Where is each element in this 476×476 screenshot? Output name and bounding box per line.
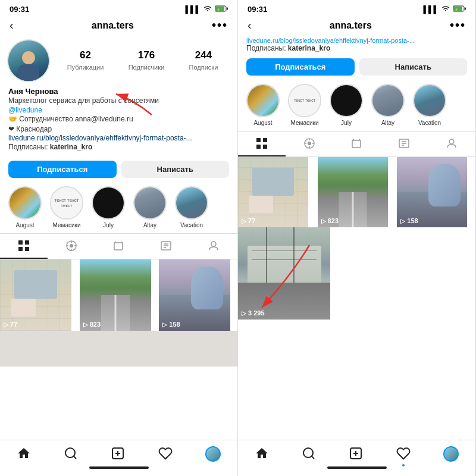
post-thumb-2[interactable]: ▷ 823 — [80, 259, 151, 331]
menu-button-2[interactable]: ••• — [450, 18, 466, 32]
post-thumb-1[interactable]: ▷ 77 — [0, 259, 71, 331]
highlight-vacation-1[interactable]: Vacation — [175, 186, 208, 228]
svg-rect-8 — [25, 247, 29, 251]
status-bar-1: 09:31 ▌▌▌ ⚡ — [0, 0, 237, 16]
tab-igtv-2[interactable] — [333, 131, 381, 156]
following-label-1: Подписки — [189, 64, 218, 71]
avatar-1[interactable] — [7, 39, 50, 82]
highlight-august-2[interactable]: August — [246, 84, 280, 126]
highlight-circle-august-2 — [246, 84, 280, 117]
highlight-july-2[interactable]: July — [330, 84, 363, 126]
post-thumb-2-3[interactable]: ▷ 158 — [397, 157, 467, 227]
stat-following-1[interactable]: 244 Подписки — [189, 49, 218, 72]
nav-home-2[interactable] — [255, 446, 269, 464]
subscribed-user-1[interactable]: katerina_kro — [50, 143, 92, 151]
svg-rect-2 — [227, 7, 228, 10]
back-button-1[interactable]: ‹ — [10, 18, 14, 32]
followers-count-1: 176 — [129, 49, 165, 61]
highlight-august-1[interactable]: August — [8, 186, 42, 228]
profile-stats-1: 62 Публикации 176 Подписчики 244 Подписк… — [0, 37, 237, 87]
nav-search-2[interactable] — [302, 446, 316, 464]
post-count-3: ▷ 158 — [162, 321, 180, 328]
nav-avatar-2[interactable] — [443, 446, 459, 462]
svg-rect-32 — [263, 145, 267, 149]
bio-link-1[interactable]: livedune.ru/blog/issledovaniya/ehffektiv… — [8, 134, 229, 142]
tab-contact-2[interactable] — [428, 131, 475, 156]
bio-link-2[interactable]: livedune.ru/blog/issledovaniya/ehffektiv… — [246, 37, 467, 44]
tab-tagged-2[interactable] — [380, 131, 428, 156]
username-title-2: anna.ters — [330, 20, 372, 31]
nav-dot-2 — [402, 464, 405, 466]
bio-subscribed-1: Подписаны: katerina_kro — [8, 142, 229, 152]
svg-rect-30 — [263, 138, 267, 142]
stat-followers-1[interactable]: 176 Подписчики — [129, 49, 165, 72]
tab-igtv-1[interactable] — [95, 234, 143, 259]
svg-point-10 — [70, 244, 73, 248]
post-count-2-2: ▷ 823 — [321, 217, 339, 224]
highlight-label-memes-1: Мемасики — [53, 222, 81, 228]
nav-add-1[interactable] — [111, 446, 125, 464]
subscribed-user-2[interactable]: katerina_kro — [288, 44, 330, 52]
highlight-circle-vacation-1 — [175, 186, 208, 220]
play-icon-2: ▷ — [83, 321, 88, 328]
highlight-memes-1[interactable]: текст текст текст Мемасики — [50, 186, 83, 228]
nav-home-1[interactable] — [17, 446, 31, 464]
bio-handle-1[interactable]: @livedune — [8, 106, 229, 114]
posts-count-1: 62 — [67, 49, 104, 61]
nav-avatar-1[interactable] — [205, 446, 221, 462]
message-button-2[interactable]: Написать — [359, 58, 468, 76]
svg-rect-29 — [256, 138, 261, 142]
highlight-circle-july-2 — [330, 84, 363, 117]
nav-heart-2[interactable] — [396, 446, 411, 464]
svg-text:⚡: ⚡ — [455, 7, 459, 11]
status-icons-1: ▌▌▌ ⚡ — [185, 5, 228, 14]
subscribe-button-1[interactable]: Подписаться — [8, 161, 117, 178]
highlight-circle-memes-1: текст текст текст — [50, 186, 83, 220]
nav-heart-1[interactable] — [158, 446, 173, 464]
highlight-label-august-2: August — [253, 120, 272, 126]
highlight-altay-2[interactable]: Altay — [371, 84, 405, 126]
back-button-2[interactable]: ‹ — [248, 18, 252, 32]
play-icon-1: ▷ — [4, 321, 8, 328]
bio-subscribed-2: Подписаны: katerina_kro — [246, 44, 467, 52]
highlight-july-1[interactable]: July — [92, 186, 125, 228]
highlight-label-july-2: July — [341, 120, 352, 126]
post-thumb-3[interactable]: ▷ 158 — [159, 259, 230, 331]
highlight-vacation-2[interactable]: Vacation — [413, 84, 446, 126]
home-indicator-2 — [327, 466, 387, 469]
bottom-nav-1 — [0, 440, 237, 476]
post-count-2-1: ▷ 77 — [242, 217, 255, 224]
highlight-circle-vacation-2 — [413, 84, 446, 117]
bio-collab-1: 🤝 Сотрудничество anna@livedune.ru — [8, 114, 229, 124]
svg-rect-6 — [25, 240, 29, 245]
top-nav-1: ‹ anna.ters ••• — [0, 16, 237, 37]
wifi-icon-1 — [203, 5, 212, 14]
nav-add-2[interactable] — [349, 446, 363, 464]
tab-grid-2[interactable] — [238, 131, 286, 156]
stats-container-1: 62 Публикации 176 Подписчики 244 Подписк… — [55, 49, 230, 72]
highlight-circle-july-1 — [92, 186, 125, 220]
subscribe-button-2[interactable]: Подписаться — [246, 58, 355, 76]
highlight-memes-2[interactable]: текст текст Мемасики — [288, 84, 321, 126]
bio-job-1: Маркетолог сервиса для работы с соцсетям… — [8, 96, 229, 106]
bottom-strip-1 — [0, 331, 237, 367]
tab-reels-2[interactable] — [286, 131, 333, 156]
highlight-label-august-1: August — [15, 222, 34, 228]
message-button-1[interactable]: Написать — [121, 161, 230, 178]
highlight-circle-altay-2 — [371, 84, 405, 117]
post-thumb-2-2[interactable]: ▷ 823 — [318, 157, 388, 227]
tab-contact-1[interactable] — [190, 234, 237, 259]
post-thumb-2-4[interactable]: ▷ 3 295 — [238, 227, 330, 320]
tab-grid-1[interactable] — [0, 234, 48, 259]
highlight-altay-1[interactable]: Altay — [133, 186, 167, 228]
post-thumb-2-1[interactable]: ▷ 77 — [238, 157, 308, 227]
nav-search-1[interactable] — [64, 446, 78, 464]
posts-grid-1: ▷ 77 ▷ 823 ▷ 158 — [0, 259, 237, 331]
profile-tabs-2 — [238, 131, 475, 157]
tab-reels-1[interactable] — [48, 234, 95, 259]
tab-tagged-1[interactable] — [142, 234, 190, 259]
battery-icon-1: ⚡ — [215, 5, 228, 14]
count-value-2: 823 — [90, 321, 101, 328]
menu-button-1[interactable]: ••• — [212, 18, 228, 32]
svg-rect-5 — [18, 240, 23, 245]
